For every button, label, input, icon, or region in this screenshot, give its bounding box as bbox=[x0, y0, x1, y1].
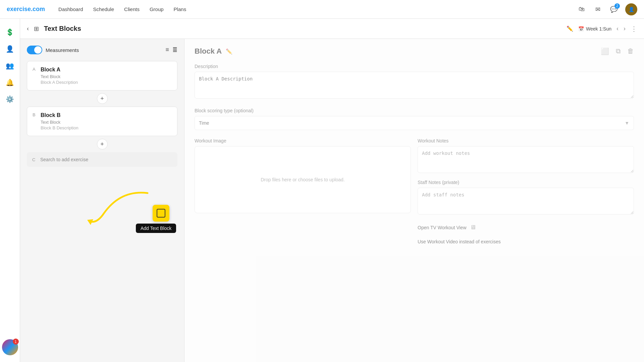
text-block-icon bbox=[157, 209, 165, 218]
nav-clients[interactable]: Clients bbox=[124, 6, 140, 12]
add-text-block-button[interactable] bbox=[153, 205, 169, 222]
block-b-type: Text Block bbox=[41, 120, 172, 125]
drop-files-text: Drop files here or choose files to uploa… bbox=[261, 177, 345, 182]
measurements-bar: Measurements ≡ ≣ bbox=[27, 46, 177, 54]
logo-text: exercise bbox=[7, 6, 31, 12]
workout-image-dropzone[interactable]: Drop files here or choose files to uploa… bbox=[195, 146, 411, 213]
workout-image-section: Workout Image Drop files here or choose … bbox=[195, 138, 411, 244]
mail-icon[interactable]: ✉ bbox=[593, 5, 602, 14]
left-sidebar: 💲 👤 👥 🔔 ⚙️ 1 bbox=[0, 19, 20, 362]
add-btn-after-a: + bbox=[27, 93, 177, 104]
right-panel: Block A ✏️ ⬜ ⧉ 🗑 Description Block A Des… bbox=[184, 39, 644, 362]
add-text-block-area: Add Text Block bbox=[153, 205, 169, 222]
sub-header-right: 📅 Week 1:Sun ‹ › ⋮ bbox=[578, 25, 637, 33]
block-a-desc: Block A Description bbox=[41, 80, 172, 85]
workout-image-label: Workout Image bbox=[195, 138, 411, 143]
open-tv-row: Open TV Workout View 🖥 bbox=[418, 224, 634, 231]
description-label: Description bbox=[195, 64, 634, 69]
scoring-section: Block scoring type (optional) Time ▼ bbox=[195, 108, 634, 130]
add-text-block-tooltip: Add Text Block bbox=[136, 224, 176, 233]
block-b-header: B Block B bbox=[33, 112, 172, 118]
chat-icon[interactable]: 💬 2 bbox=[609, 5, 619, 14]
search-exercise-text: Search to add exercise bbox=[40, 157, 88, 162]
workout-notes-field: Workout Notes bbox=[418, 138, 634, 174]
left-panel: Measurements ≡ ≣ A Block A Text Block Bl… bbox=[20, 39, 184, 362]
measurements-toggle-switch[interactable] bbox=[27, 46, 42, 54]
sidebar-dollar-icon[interactable]: 💲 bbox=[3, 25, 17, 39]
block-b-name: Block B bbox=[41, 112, 61, 118]
back-button[interactable]: ‹ bbox=[27, 25, 29, 32]
edit-title-icon[interactable]: ✏️ bbox=[567, 25, 573, 32]
block-a-type: Text Block bbox=[41, 74, 172, 79]
block-a-card[interactable]: A Block A Text Block Block A Description bbox=[27, 61, 177, 90]
measurements-icons: ≡ ≣ bbox=[165, 46, 177, 54]
staff-notes-label: Staff Notes (private) bbox=[418, 180, 634, 185]
add-btn-after-b: + bbox=[27, 139, 177, 149]
sidebar-person-icon[interactable]: 👤 bbox=[3, 42, 17, 56]
week-label: 📅 Week 1:Sun bbox=[578, 26, 611, 32]
open-tv-label: Open TV Workout View bbox=[418, 225, 467, 230]
sidebar-settings-icon[interactable]: ⚙️ bbox=[3, 93, 17, 106]
workout-notes-textarea[interactable] bbox=[418, 146, 634, 173]
block-detail-edit-icon[interactable]: ✏️ bbox=[226, 48, 232, 55]
description-section: Description Block A Description bbox=[195, 64, 634, 100]
sidebar-bottom-badge: 1 bbox=[13, 339, 19, 345]
grid-view-button[interactable]: ⊞ bbox=[34, 25, 39, 33]
block-detail-header: Block A ✏️ ⬜ ⧉ 🗑 bbox=[195, 47, 634, 56]
measurements-toggle: Measurements bbox=[27, 46, 79, 54]
calendar-icon: 📅 bbox=[578, 26, 584, 32]
logo[interactable]: exercise.com bbox=[7, 6, 45, 13]
block-c-letter: C bbox=[32, 157, 37, 162]
add-after-a-button[interactable]: + bbox=[97, 93, 108, 104]
list-icon[interactable]: ≡ bbox=[165, 46, 169, 54]
nav-schedule[interactable]: Schedule bbox=[93, 6, 114, 12]
main-area: ‹ ⊞ Text Blocks ✏️ 📅 Week 1:Sun ‹ › ⋮ Me… bbox=[20, 19, 644, 362]
logo-dot: .com bbox=[31, 6, 45, 12]
block-a-name: Block A bbox=[41, 67, 60, 73]
nav-dashboard[interactable]: Dashboard bbox=[58, 6, 83, 12]
nav-links: Dashboard Schedule Clients Group Plans bbox=[58, 6, 577, 12]
delete-icon[interactable]: 🗑 bbox=[627, 47, 634, 55]
week-text: Week 1:Sun bbox=[586, 26, 611, 32]
page-title: Text Blocks bbox=[44, 25, 561, 33]
block-detail-actions: ⬜ ⧉ 🗑 bbox=[601, 47, 634, 55]
block-a-header: A Block A bbox=[33, 67, 172, 73]
description-textarea[interactable]: Block A Description bbox=[195, 72, 634, 99]
sidebar-bottom: 1 bbox=[2, 339, 18, 355]
content-area: Measurements ≡ ≣ A Block A Text Block Bl… bbox=[20, 39, 644, 362]
nav-plans[interactable]: Plans bbox=[174, 6, 186, 12]
block-b-letter: B bbox=[33, 112, 37, 117]
user-avatar[interactable]: 👤 bbox=[625, 3, 637, 15]
scoring-select[interactable]: Time bbox=[195, 116, 634, 130]
scoring-select-wrapper: Time ▼ bbox=[195, 116, 634, 130]
staff-notes-field: Staff Notes (private) bbox=[418, 180, 634, 216]
use-video-row: Use Workout Video instead of exercises bbox=[418, 239, 634, 244]
scoring-label: Block scoring type (optional) bbox=[195, 108, 634, 113]
sidebar-bell-icon[interactable]: 🔔 bbox=[3, 76, 17, 89]
nav-right: 🛍 ✉ 💬 2 👤 bbox=[577, 3, 637, 15]
block-a-letter: A bbox=[33, 67, 37, 72]
prev-week-button[interactable]: ‹ bbox=[616, 25, 619, 32]
measurements-label: Measurements bbox=[46, 47, 79, 53]
shopping-bag-icon[interactable]: 🛍 bbox=[577, 5, 586, 14]
more-options-button[interactable]: ⋮ bbox=[631, 25, 637, 33]
block-detail-title: Block A bbox=[195, 47, 222, 56]
open-tv-icon[interactable]: 🖥 bbox=[470, 224, 476, 231]
svg-marker-0 bbox=[87, 219, 93, 225]
use-video-label: Use Workout Video instead of exercises bbox=[418, 239, 501, 244]
top-nav: exercise.com Dashboard Schedule Clients … bbox=[0, 0, 644, 19]
nav-group[interactable]: Group bbox=[150, 6, 164, 12]
next-week-button[interactable]: › bbox=[624, 25, 626, 32]
staff-notes-textarea[interactable] bbox=[418, 188, 634, 215]
workout-notes-section: Workout Notes Staff Notes (private) Open… bbox=[418, 138, 634, 244]
chat-badge: 2 bbox=[614, 3, 620, 9]
layers-icon[interactable]: ⧉ bbox=[616, 47, 621, 55]
sidebar-group-icon[interactable]: 👥 bbox=[3, 59, 17, 72]
block-b-card[interactable]: B Block B Text Block Block B Description bbox=[27, 107, 177, 136]
sub-header: ‹ ⊞ Text Blocks ✏️ 📅 Week 1:Sun ‹ › ⋮ bbox=[20, 19, 644, 39]
add-after-b-button[interactable]: + bbox=[97, 139, 108, 149]
tv-view-icon[interactable]: ⬜ bbox=[601, 47, 609, 55]
list-alt-icon[interactable]: ≣ bbox=[172, 46, 177, 54]
search-exercise[interactable]: C Search to add exercise bbox=[27, 152, 177, 167]
block-b-desc: Block B Description bbox=[41, 125, 172, 130]
